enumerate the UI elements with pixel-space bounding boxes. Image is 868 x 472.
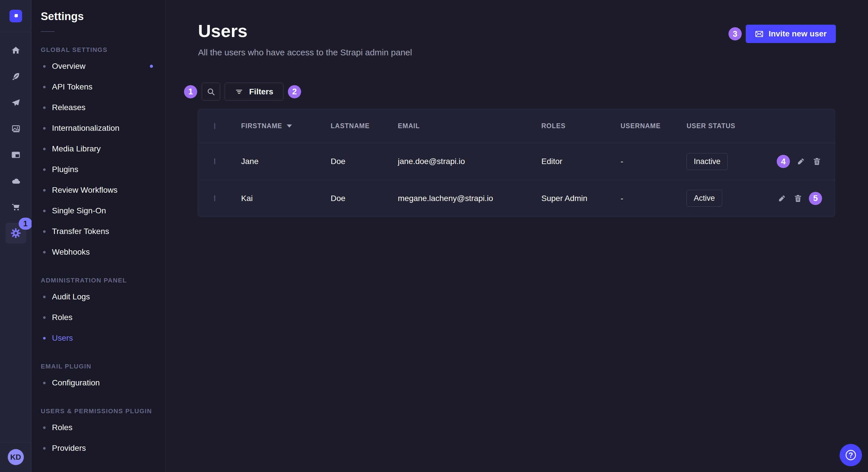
header-username[interactable]: Username [621,122,661,130]
header-roles[interactable]: Roles [541,122,565,130]
section-administration-panel: ADMINISTRATION PANEL [41,277,165,284]
table-row[interactable]: Kai Doe megane.lacheny@strapi.io Super A… [198,180,835,216]
bullet-icon [43,427,45,429]
edit-pencil-icon[interactable] [777,193,787,204]
sidebar-item-overview[interactable]: Overview [41,56,165,76]
filters-button[interactable]: Filters [225,82,283,101]
bullet-icon [43,127,45,130]
primary-nav-icons: 1 [5,45,26,243]
status-badge: Inactive [687,153,727,170]
sidebar-item-up-roles[interactable]: Roles [41,417,165,438]
annotation-badge-5: 5 [809,192,822,205]
invite-button-group: 3 Invite new user [728,25,836,43]
sidebar-item-media-library[interactable]: Media Library [41,138,165,159]
sidebar-item-providers[interactable]: Providers [41,438,165,459]
help-button[interactable]: ? [840,444,862,466]
title-divider [41,31,55,32]
settings-subnav: Settings GLOBAL SETTINGS Overview API To… [32,0,165,472]
sidebar-item-configuration[interactable]: Configuration [41,372,165,393]
cell-username: - [621,157,623,166]
overview-notification-dot [150,65,153,68]
envelope-icon [755,30,764,38]
filters-button-label: Filters [249,87,273,96]
bullet-icon [43,65,45,68]
invite-new-user-button[interactable]: Invite new user [746,25,836,43]
cloud-icon[interactable] [11,176,21,186]
row-checkbox[interactable] [214,158,215,164]
bullet-icon [43,86,45,88]
page-subtitle: All the users who have access to the Str… [198,47,412,57]
filter-icon [235,88,243,96]
section-global-settings: GLOBAL SETTINGS [41,46,165,54]
bullet-icon [43,296,45,298]
search-button[interactable] [202,82,220,101]
sidebar-item-api-tokens[interactable]: API Tokens [41,76,165,97]
cell-firstname: Kai [241,194,253,203]
sidebar-item-users[interactable]: Users [41,328,165,348]
cell-roles: Editor [541,157,562,166]
edit-pencil-icon[interactable] [796,156,806,167]
main-content: Users All the users who have access to t… [166,0,868,472]
status-badge: Active [687,190,722,207]
sidebar-item-transfer-tokens[interactable]: Transfer Tokens [41,221,165,242]
cell-email: megane.lacheny@strapi.io [398,194,493,203]
cell-lastname: Doe [331,194,345,203]
sidebar-item-single-sign-on[interactable]: Single Sign-On [41,200,165,221]
cart-icon[interactable] [11,202,21,212]
row-checkbox[interactable] [214,195,215,201]
annotation-badge-4: 4 [777,155,790,168]
sidebar-item-plugins[interactable]: Plugins [41,159,165,180]
bullet-icon [43,337,45,339]
bullet-icon [43,148,45,150]
select-all-checkbox[interactable] [214,123,215,129]
feather-icon[interactable] [11,71,21,82]
gear-icon [10,228,21,239]
settings-nav-item[interactable]: 1 [5,223,26,243]
search-icon [206,87,216,96]
bullet-icon [43,168,45,171]
iconbar-footer: KD [0,442,31,472]
home-icon[interactable] [11,45,21,56]
sidebar-item-releases[interactable]: Releases [41,97,165,118]
settings-title: Settings [41,10,165,23]
layout-panel-icon[interactable] [11,150,21,160]
header-email[interactable]: Email [398,122,420,130]
sidebar-item-review-workflows[interactable]: Review Workflows [41,180,165,200]
header-lastname[interactable]: Lastname [331,122,370,130]
bullet-icon [43,316,45,319]
settings-notification-badge: 1 [19,217,32,230]
cell-firstname: Jane [241,157,259,166]
section-email-plugin: EMAIL PLUGIN [41,363,165,370]
cell-lastname: Doe [331,157,345,166]
cell-username: - [621,194,623,203]
annotation-badge-2: 2 [288,85,301,98]
sidebar-item-internationalization[interactable]: Internationalization [41,118,165,138]
delete-trash-icon[interactable] [793,193,803,204]
user-avatar[interactable]: KD [8,449,24,465]
table-toolbar: 1 Filters 2 [184,82,301,101]
bullet-icon [43,210,45,212]
strapi-logo-container [0,0,32,32]
annotation-badge-3: 3 [728,27,742,40]
bullet-icon [43,382,45,384]
header-user-status[interactable]: User status [687,122,735,130]
header-firstname[interactable]: Firstname [241,122,282,130]
sidebar-item-audit-logs[interactable]: Audit Logs [41,286,165,307]
cell-roles: Super Admin [541,194,587,203]
sidebar-item-admin-roles[interactable]: Roles [41,307,165,328]
users-table: Firstname Lastname Email Roles Username … [198,109,835,217]
table-header-row: Firstname Lastname Email Roles Username … [198,109,835,143]
strapi-logo-icon [11,12,20,20]
media-images-icon[interactable] [11,124,21,134]
invite-button-label: Invite new user [769,29,827,38]
bullet-icon [43,189,45,192]
table-row[interactable]: Jane Doe jane.doe@strapi.io Editor - Ina… [198,143,835,180]
strapi-logo[interactable] [9,10,22,22]
cell-email: jane.doe@strapi.io [398,157,465,166]
bullet-icon [43,106,45,109]
delete-trash-icon[interactable] [812,156,822,167]
sidebar-item-webhooks[interactable]: Webhooks [41,242,165,262]
sort-desc-caret-icon[interactable] [287,125,292,128]
paper-plane-icon[interactable] [11,98,21,108]
bullet-icon [43,447,45,450]
